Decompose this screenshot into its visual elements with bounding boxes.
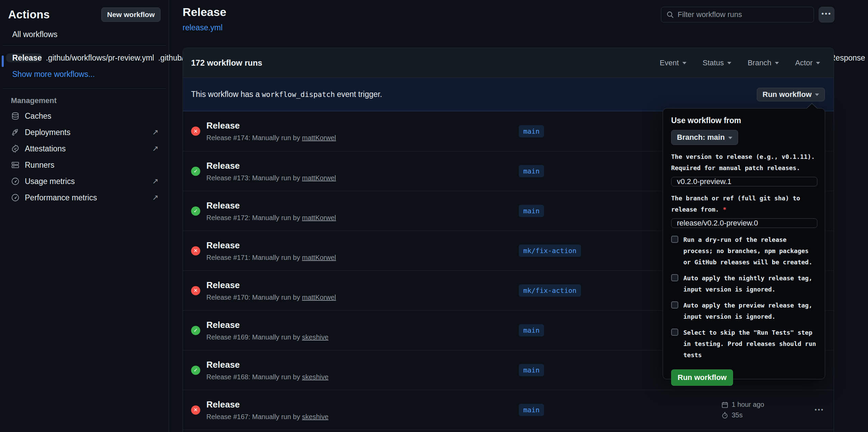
- branch-badge[interactable]: main: [519, 205, 544, 217]
- run-text-block: ReleaseRelease #171: Manually run by mat…: [206, 240, 336, 262]
- run-actor-link[interactable]: mattKorwel: [302, 254, 336, 261]
- run-workflow-submit-button[interactable]: Run workflow: [671, 369, 733, 386]
- run-text-block: ReleaseRelease #169: Manually run by ske…: [206, 320, 328, 341]
- branch-selector-button[interactable]: Branch: main: [671, 130, 738, 145]
- run-actor-link[interactable]: mattKorwel: [302, 174, 336, 182]
- run-actor-link[interactable]: mattKorwel: [302, 294, 336, 301]
- run-actor-link[interactable]: skeshive: [302, 333, 328, 341]
- run-text-block: ReleaseRelease #167: Manually run by ske…: [206, 399, 328, 421]
- run-start-time: 1 hour ago: [732, 401, 764, 409]
- sidebar-item-all-workflows[interactable]: All workflows: [8, 30, 160, 39]
- management-item-label: Caches: [25, 112, 51, 121]
- run-workflow-popover: Use workflow from Branch: main The versi…: [663, 108, 825, 379]
- sidebar-management-item[interactable]: Performance metrics↗: [8, 189, 160, 206]
- github-actions-page: Actions New workflow All workflows Relea…: [0, 0, 868, 432]
- sidebar-item-workflow[interactable]: Release: [6, 53, 42, 62]
- branch-badge[interactable]: main: [519, 364, 544, 376]
- run-workflow-dropdown-button[interactable]: Run workflow: [757, 88, 825, 101]
- chevron-down-icon: [816, 62, 820, 64]
- checkbox[interactable]: [671, 301, 678, 309]
- workflow-run-row: ✕ReleaseRelease #167: Manually run by sk…: [183, 390, 834, 430]
- server-icon: [11, 161, 20, 169]
- sidebar-divider: [3, 45, 166, 46]
- sidebar-header: Actions New workflow: [8, 7, 160, 22]
- status-failure-icon: ✕: [191, 246, 200, 255]
- run-title-link[interactable]: Release: [206, 280, 336, 290]
- rocket-icon: [11, 128, 20, 137]
- branch-badge[interactable]: main: [519, 324, 544, 336]
- run-title-link[interactable]: Release: [206, 120, 336, 131]
- run-title-link[interactable]: Release: [206, 360, 328, 370]
- run-times: 1 hour ago35s: [721, 401, 764, 419]
- chevron-down-icon: [728, 137, 732, 139]
- run-title-link[interactable]: Release: [206, 240, 336, 251]
- version-input[interactable]: [671, 177, 817, 186]
- management-item-label: Performance metrics: [25, 193, 97, 202]
- filter-actor-dropdown[interactable]: Actor: [795, 59, 820, 67]
- runs-filters: EventStatusBranchActor: [660, 59, 820, 67]
- checkbox[interactable]: [671, 329, 678, 336]
- show-more-workflows-link[interactable]: Show more workflows...: [8, 70, 95, 79]
- run-kebab-menu-button[interactable]: •••: [815, 406, 824, 414]
- run-subtitle: Release #173: Manually run by mattKorwel: [206, 174, 336, 182]
- external-link-icon: ↗: [152, 193, 158, 202]
- required-marker: *: [719, 206, 727, 213]
- run-title-link[interactable]: Release: [206, 320, 328, 330]
- run-title-link[interactable]: Release: [206, 399, 328, 410]
- page-kebab-menu-button[interactable]: •••: [819, 7, 834, 22]
- sidebar-management-item[interactable]: Deployments↗: [8, 124, 160, 140]
- run-title-link[interactable]: Release: [206, 161, 336, 171]
- meter-icon: [11, 177, 20, 186]
- status-success-icon: ✓: [191, 167, 200, 176]
- dispatch-input-checkbox-group: Auto apply the preview release tag,input…: [671, 300, 817, 322]
- branch-badge[interactable]: main: [519, 125, 544, 137]
- banner-text: This workflow has aworkflow_dispatcheven…: [191, 90, 382, 99]
- external-link-icon: ↗: [152, 177, 158, 186]
- sidebar-item-workflow[interactable]: .github/workflows/pr-review.yml: [42, 53, 154, 62]
- search-input[interactable]: [678, 10, 809, 19]
- run-actor-link[interactable]: mattKorwel: [302, 214, 336, 221]
- workflow-file-link[interactable]: release.yml: [183, 23, 223, 32]
- filter-event-dropdown[interactable]: Event: [660, 59, 686, 67]
- run-title-link[interactable]: Release: [206, 200, 336, 211]
- checkbox-label: Select to skip the "Run Tests" stepin te…: [683, 327, 817, 361]
- management-item-label: Attestations: [25, 144, 66, 153]
- run-text-block: ReleaseRelease #168: Manually run by ske…: [206, 360, 328, 381]
- filter-branch-dropdown[interactable]: Branch: [748, 59, 779, 67]
- chevron-down-icon: [815, 94, 819, 96]
- ref-input-description: The branch or ref (full git sha) torelea…: [671, 193, 817, 215]
- run-actor-link[interactable]: skeshive: [302, 373, 328, 381]
- run-actor-link[interactable]: skeshive: [302, 413, 328, 420]
- workflow-run-row: [183, 430, 834, 432]
- filter-label: Event: [660, 59, 679, 67]
- new-workflow-button[interactable]: New workflow: [101, 7, 160, 22]
- page-title: Release: [183, 5, 226, 19]
- run-subtitle: Release #174: Manually run by mattKorwel: [206, 134, 336, 142]
- filter-label: Branch: [748, 59, 771, 67]
- sidebar-management-item[interactable]: Runners: [8, 157, 160, 173]
- external-link-icon: ↗: [152, 128, 158, 137]
- description-line: Required for manual patch releases.: [671, 162, 817, 173]
- branch-badge[interactable]: mk/fix-action: [519, 284, 581, 297]
- dispatch-input-checkbox-group: Select to skip the "Run Tests" stepin te…: [671, 327, 817, 361]
- status-failure-icon: ✕: [191, 405, 200, 415]
- cache-icon: [11, 112, 20, 120]
- workflow-dispatch-banner: This workflow has aworkflow_dispatcheven…: [183, 78, 834, 111]
- ref-input[interactable]: [671, 218, 817, 228]
- checkbox-label: Run a dry-run of the releaseprocess; no …: [683, 234, 817, 268]
- branch-badge[interactable]: main: [519, 404, 544, 416]
- workflow-dispatch-code: workflow_dispatch: [262, 90, 335, 99]
- sidebar-management-item[interactable]: Caches: [8, 108, 160, 124]
- checkbox[interactable]: [671, 274, 678, 281]
- sidebar-management-item[interactable]: Attestations↗: [8, 140, 160, 157]
- branch-badge[interactable]: mk/fix-action: [519, 245, 581, 257]
- checkbox[interactable]: [671, 236, 678, 243]
- branch-badge[interactable]: main: [519, 165, 544, 177]
- chevron-down-icon: [775, 62, 779, 64]
- filter-status-dropdown[interactable]: Status: [703, 59, 731, 67]
- filter-label: Actor: [795, 59, 813, 67]
- sidebar-management-item[interactable]: Usage metrics↗: [8, 173, 160, 189]
- status-success-icon: ✓: [191, 206, 200, 216]
- meter-icon: [11, 193, 20, 202]
- run-actor-link[interactable]: mattKorwel: [302, 134, 336, 142]
